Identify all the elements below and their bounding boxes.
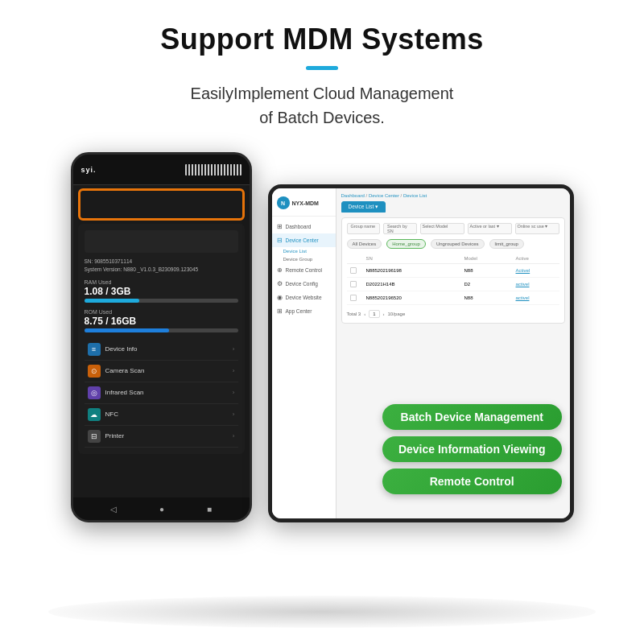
- sidebar-item-device-center[interactable]: ⊟ Device Center: [272, 233, 336, 247]
- ram-progress-fill: [85, 299, 140, 303]
- rom-label: ROM Used: [85, 309, 238, 315]
- col-sn: SN: [366, 256, 461, 261]
- pagination-total: Total 3: [347, 312, 361, 316]
- device-list-content: Group name Search by SN Select Model Act…: [341, 217, 565, 324]
- devices-area: syi. SN: 9085510371114 System Version: N…: [0, 136, 644, 522]
- table-header: SN Model Active: [347, 254, 559, 264]
- dashboard-icon: ⊞: [277, 223, 283, 230]
- tablet-device: N NYX-MDM ⊞ Dashboard ⊟ Device Center De…: [268, 184, 574, 522]
- cell-sn-2: D20221H14B: [366, 282, 461, 287]
- group-all-devices[interactable]: All Devices: [347, 239, 382, 249]
- phone-sn: SN: 9085510371114 System Version: N880 _…: [85, 258, 238, 275]
- menu-item-camera-scan[interactable]: ⊙Camera Scan ›: [85, 361, 238, 382]
- nav-recents-btn[interactable]: ■: [207, 505, 212, 514]
- cell-sn-3: N885202196520: [366, 295, 461, 300]
- phone-orange-band: [78, 188, 245, 221]
- search-by-sn-input[interactable]: Search by SN: [383, 223, 417, 234]
- cell-active-2[interactable]: activel: [516, 282, 556, 287]
- bottom-shadow: [48, 596, 596, 628]
- filter-row: Group name Search by SN Select Model Act…: [347, 223, 559, 234]
- pagination-per-page: 10/page: [388, 312, 406, 316]
- rom-progress-fill: [85, 328, 169, 332]
- sidebar-website-label: Device Website: [286, 295, 322, 300]
- ram-label: RAM Used: [85, 279, 238, 285]
- pagination-prev: ‹: [364, 312, 365, 316]
- model-select[interactable]: Select Model: [420, 223, 464, 234]
- app-center-icon: ⊞: [277, 308, 283, 315]
- page-title: Support MDM Systems: [0, 23, 644, 56]
- row-checkbox-2[interactable]: [350, 281, 357, 287]
- breadcrumb: Dashboard / Device Center / Device List: [341, 193, 565, 198]
- sidebar-device-center-label: Device Center: [286, 237, 319, 243]
- device-info-icon: ≡: [88, 343, 101, 356]
- nav-home-btn[interactable]: ●: [159, 505, 164, 514]
- phone-barcode: [185, 164, 242, 175]
- remote-control-icon: ⊕: [277, 266, 283, 274]
- cell-model-1: N88: [464, 268, 513, 273]
- group-limit[interactable]: limit_group: [489, 239, 524, 249]
- pagination-next: ›: [383, 312, 385, 316]
- menu-item-infrared-scan[interactable]: ◎Infrared Scan ›: [85, 382, 238, 404]
- sidebar-subitem-device-group[interactable]: Device Group: [272, 255, 336, 263]
- sidebar-item-device-website[interactable]: ◉ Device Website: [272, 291, 336, 304]
- pill-device-info-viewing: Device Information Viewing: [382, 436, 562, 462]
- cell-sn-1: N885202196198: [366, 268, 461, 273]
- printer-icon: ⊟: [88, 430, 101, 443]
- cell-model-3: N88: [464, 295, 513, 300]
- tab-device-list[interactable]: Device List ▾: [341, 201, 386, 213]
- table-row: D20221H14B D2 activel: [347, 278, 559, 291]
- menu-item-nfc[interactable]: ☁NFC ›: [85, 404, 238, 426]
- sidebar-dashboard-label: Dashboard: [286, 224, 312, 229]
- pill-remote-control: Remote Control: [382, 469, 562, 494]
- sidebar-subitem-device-list[interactable]: Device List: [272, 247, 336, 255]
- group-home[interactable]: Home_group: [386, 239, 426, 249]
- green-pills-overlay: Batch Device Management Device Informati…: [382, 404, 562, 494]
- subtitle: EasilyImplement Cloud Management of Batc…: [0, 81, 644, 130]
- scope-select[interactable]: Online sc use ▾: [515, 223, 559, 234]
- status-select[interactable]: Active or last ▾: [468, 223, 512, 234]
- col-checkbox: [350, 256, 363, 261]
- table-row: N885202196520 N88 activel: [347, 291, 559, 305]
- mdm-sidebar: N NYX-MDM ⊞ Dashboard ⊟ Device Center De…: [272, 188, 336, 518]
- sidebar-item-dashboard[interactable]: ⊞ Dashboard: [272, 220, 336, 233]
- rom-progress-bg: [85, 328, 238, 332]
- device-center-icon: ⊟: [277, 237, 283, 244]
- device-groups: All Devices Home_group Ungrouped Devices…: [347, 239, 559, 249]
- phone-nav-bar: ◁ ● ■: [73, 497, 250, 520]
- sidebar-item-app-center[interactable]: ⊞ App Center: [272, 304, 336, 318]
- phone-blur-image: [85, 230, 238, 253]
- mdm-logo-icon: N: [277, 196, 290, 209]
- group-name-input[interactable]: Group name: [347, 223, 381, 234]
- row-checkbox-1[interactable]: [350, 267, 357, 274]
- col-model: Model: [464, 256, 513, 261]
- phone-device: syi. SN: 9085510371114 System Version: N…: [71, 152, 252, 522]
- group-ungrouped[interactable]: Ungrouped Devices: [431, 239, 485, 249]
- camera-scan-icon: ⊙: [88, 365, 101, 378]
- col-active: Active: [516, 256, 556, 261]
- menu-item-device-info[interactable]: ≡Device Info ›: [85, 339, 238, 361]
- subtitle-line1: EasilyImplement Cloud Management: [191, 85, 454, 102]
- nav-back-btn[interactable]: ◁: [110, 505, 117, 514]
- phone-top-bar: syi.: [73, 155, 250, 185]
- menu-item-printer[interactable]: ⊟Printer ›: [85, 426, 238, 448]
- table-row: N885202196198 N88 Activel: [347, 264, 559, 278]
- pagination: Total 3 ‹ 1 › 10/page: [347, 310, 559, 318]
- phone-menu: ≡Device Info › ⊙Camera Scan › ◎Infrared …: [85, 339, 238, 448]
- cell-active-3[interactable]: activel: [516, 295, 556, 300]
- sidebar-item-device-config[interactable]: ⚙ Device Config: [272, 277, 336, 291]
- row-checkbox-3[interactable]: [350, 295, 357, 301]
- infrared-scan-icon: ◎: [88, 386, 101, 399]
- cell-active-1[interactable]: Activel: [516, 268, 556, 273]
- page-header: Support MDM Systems EasilyImplement Clou…: [0, 0, 644, 136]
- mdm-logo-text: NYX-MDM: [292, 200, 319, 206]
- device-website-icon: ◉: [277, 294, 283, 301]
- pagination-page-1[interactable]: 1: [369, 310, 379, 318]
- subtitle-line2: of Batch Devices.: [259, 109, 385, 126]
- phone-logo: syi.: [81, 166, 97, 174]
- sidebar-item-remote-control[interactable]: ⊕ Remote Control: [272, 263, 336, 277]
- sidebar-remote-label: Remote Control: [286, 267, 323, 273]
- sidebar-config-label: Device Config: [286, 281, 318, 287]
- ram-value: 1.08 / 3GB: [85, 286, 238, 297]
- pill-batch-device: Batch Device Management: [382, 404, 562, 430]
- mdm-logo: N NYX-MDM: [272, 193, 336, 217]
